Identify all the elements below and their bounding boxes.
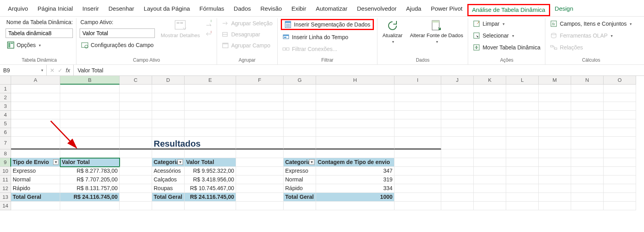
cell[interactable] (236, 111, 284, 119)
cell[interactable] (571, 137, 604, 149)
cell[interactable] (506, 149, 539, 158)
column-header[interactable]: C (120, 76, 152, 85)
cell[interactable] (316, 93, 394, 102)
cell[interactable] (316, 137, 394, 149)
cell[interactable] (441, 149, 474, 158)
cell[interactable] (120, 111, 152, 119)
row-header[interactable]: 4 (0, 111, 11, 119)
cell[interactable] (60, 111, 120, 119)
cell[interactable] (539, 102, 571, 111)
cell[interactable] (474, 149, 506, 158)
cell[interactable] (506, 175, 539, 184)
cell[interactable] (539, 111, 571, 119)
insert-timeline-button[interactable]: Inserir Linha do Tempo (281, 32, 374, 42)
cell[interactable] (236, 184, 284, 193)
fields-items-sets-button[interactable]: fx Campos, Itens e Conjuntos▾ (549, 19, 633, 28)
cell[interactable] (120, 102, 152, 111)
cell[interactable] (604, 149, 636, 158)
cell[interactable] (236, 167, 284, 175)
ribbon-tab[interactable]: Análise de Tabela Dinâmica (467, 4, 550, 16)
column-header[interactable]: L (506, 76, 539, 85)
change-datasource-button[interactable]: Alterar Fonte de Dados ▾ (408, 19, 465, 45)
cell[interactable]: Normal (11, 175, 60, 184)
cell[interactable] (284, 111, 316, 119)
worksheet-grid[interactable]: ABCDEFGHIJKLMNO 1234567Resultados89Tipo … (0, 76, 644, 210)
row-header[interactable]: 3 (0, 102, 11, 111)
cell[interactable] (474, 119, 506, 128)
ribbon-tab[interactable]: Revisão (255, 3, 286, 16)
cell[interactable] (506, 85, 539, 93)
cell[interactable] (394, 202, 441, 210)
cell[interactable] (571, 167, 604, 175)
cell[interactable] (394, 175, 441, 184)
cell[interactable] (394, 111, 441, 119)
ribbon-tab[interactable]: Design (550, 3, 578, 16)
cell[interactable] (316, 202, 394, 210)
cell[interactable] (441, 85, 474, 93)
move-pivot-button[interactable]: Mover Tabela Dinâmica (471, 43, 542, 52)
cell[interactable] (539, 85, 571, 93)
cell[interactable] (441, 202, 474, 210)
cell[interactable]: Total Geral (11, 193, 60, 202)
cell[interactable] (11, 119, 60, 128)
cell[interactable] (284, 128, 316, 137)
row-header[interactable]: 11 (0, 175, 11, 184)
cell[interactable]: Rápido (11, 184, 60, 193)
cell[interactable] (60, 119, 120, 128)
field-settings-button[interactable]: Configurações do Campo (80, 40, 155, 50)
cell[interactable]: Roupas (152, 184, 185, 193)
cell[interactable] (474, 137, 506, 149)
cell[interactable]: Expresso (11, 167, 60, 175)
cell[interactable] (236, 175, 284, 184)
cell[interactable] (539, 175, 571, 184)
cell[interactable] (60, 85, 120, 93)
cell[interactable] (120, 128, 152, 137)
ribbon-tab[interactable]: Layout da Página (139, 3, 195, 16)
cell[interactable] (60, 137, 120, 149)
cell[interactable] (506, 202, 539, 210)
cell[interactable] (604, 85, 636, 93)
cell[interactable] (441, 111, 474, 119)
ribbon-tab[interactable]: Inserir (78, 3, 104, 16)
cell[interactable] (120, 137, 152, 149)
cell[interactable] (474, 193, 506, 202)
cell[interactable]: R$ 9.952.322,00 (185, 167, 236, 175)
cell[interactable] (441, 193, 474, 202)
cell[interactable] (441, 119, 474, 128)
cell[interactable] (394, 102, 441, 111)
cell[interactable] (316, 85, 394, 93)
cell[interactable]: 1000 (316, 193, 394, 202)
pivot-name-input[interactable] (6, 28, 73, 38)
ribbon-tab[interactable]: Fórmulas (195, 3, 229, 16)
row-header[interactable]: 8 (0, 149, 11, 158)
cell[interactable] (11, 111, 60, 119)
ribbon-tab[interactable]: Automatizar (311, 3, 352, 16)
cell[interactable] (539, 93, 571, 102)
row-header[interactable]: 14 (0, 202, 11, 210)
column-header[interactable]: O (604, 76, 636, 85)
ribbon-tab[interactable]: Exibir (287, 3, 311, 16)
cell[interactable] (120, 93, 152, 102)
cell[interactable] (506, 93, 539, 102)
cell[interactable] (604, 175, 636, 184)
cell[interactable] (394, 93, 441, 102)
cell[interactable] (11, 93, 60, 102)
cell[interactable]: Valor Total (185, 158, 236, 167)
row-header[interactable]: 7 (0, 137, 11, 149)
cell[interactable] (539, 167, 571, 175)
cell[interactable] (539, 149, 571, 158)
cell[interactable] (185, 119, 236, 128)
cell[interactable] (120, 149, 152, 158)
cell[interactable]: R$ 8.277.783,00 (60, 167, 120, 175)
cell[interactable] (441, 102, 474, 111)
cell[interactable] (60, 128, 120, 137)
cell[interactable]: Valor Total (60, 158, 120, 167)
cell[interactable] (539, 137, 571, 149)
cell[interactable] (152, 128, 185, 137)
cell[interactable] (185, 128, 236, 137)
cell[interactable]: 334 (316, 184, 394, 193)
cell[interactable] (394, 184, 441, 193)
row-header[interactable]: 5 (0, 119, 11, 128)
cell[interactable] (506, 193, 539, 202)
cell[interactable] (441, 184, 474, 193)
